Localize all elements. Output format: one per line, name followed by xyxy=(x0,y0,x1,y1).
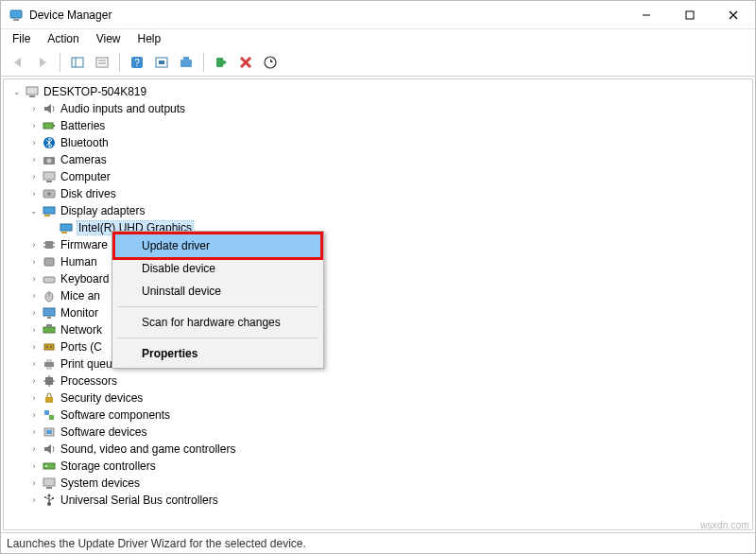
bluetooth-icon xyxy=(42,135,57,150)
tree-item-software-components[interactable]: › Software components xyxy=(11,407,752,424)
expander-icon[interactable]: › xyxy=(28,360,40,369)
ctx-update-driver[interactable]: Update driver xyxy=(115,234,320,257)
enable-device-icon[interactable] xyxy=(210,51,232,74)
usb-icon xyxy=(42,493,57,508)
svg-rect-46 xyxy=(44,258,54,266)
status-text: Launches the Update Driver Wizard for th… xyxy=(7,537,306,550)
expander-icon[interactable]: › xyxy=(28,326,40,335)
expander-icon[interactable]: › xyxy=(28,496,40,505)
tree-item-security[interactable]: › Security devices xyxy=(11,390,752,407)
expander-icon[interactable]: › xyxy=(28,309,40,318)
expander-icon[interactable]: › xyxy=(28,292,40,301)
forward-button[interactable] xyxy=(31,51,54,74)
svg-rect-60 xyxy=(46,359,52,362)
expander-icon[interactable]: ⌄ xyxy=(28,207,40,216)
tree-item-audio[interactable]: › Audio inputs and outputs xyxy=(11,100,752,117)
expander-icon[interactable]: › xyxy=(28,258,40,267)
expander-icon[interactable]: › xyxy=(28,377,40,386)
ctx-scan-hardware[interactable]: Scan for hardware changes xyxy=(115,311,320,334)
svg-rect-54 xyxy=(43,327,55,333)
display-adapter-icon xyxy=(42,203,57,218)
expander-icon[interactable]: › xyxy=(28,428,40,437)
expander-icon[interactable]: › xyxy=(28,122,40,130)
toolbar: ? xyxy=(1,48,755,77)
svg-rect-71 xyxy=(46,430,52,434)
mouse-icon xyxy=(42,288,57,303)
tree-label: Firmware xyxy=(60,238,108,251)
tree-item-processors[interactable]: › Processors xyxy=(11,372,752,390)
component-icon xyxy=(42,407,57,423)
close-button[interactable] xyxy=(712,1,755,29)
svg-marker-72 xyxy=(44,444,51,454)
expander-icon[interactable]: › xyxy=(28,275,40,284)
tree-item-batteries[interactable]: › Batteries xyxy=(11,117,752,134)
tree-item-disk[interactable]: › Disk drives xyxy=(11,185,752,202)
tree-label: Audio inputs and outputs xyxy=(60,102,185,115)
expander-icon[interactable]: › xyxy=(28,139,40,147)
menu-action[interactable]: Action xyxy=(40,30,86,47)
tree-item-usb[interactable]: › Universal Serial Bus controllers xyxy=(11,492,752,509)
svg-rect-28 xyxy=(43,123,53,129)
menu-view[interactable]: View xyxy=(89,30,129,47)
expander-icon[interactable]: › xyxy=(28,394,40,403)
expander-icon[interactable]: › xyxy=(28,173,40,182)
help-icon[interactable]: ? xyxy=(126,51,148,74)
tree-item-cameras[interactable]: › Cameras xyxy=(11,151,752,168)
tree-item-bluetooth[interactable]: › Bluetooth xyxy=(11,134,752,151)
expander-icon[interactable]: › xyxy=(28,105,40,113)
tree-item-sound[interactable]: › Sound, video and game controllers xyxy=(11,441,752,458)
expander-icon[interactable]: ⌄ xyxy=(11,88,23,96)
menubar: File Action View Help xyxy=(1,29,755,48)
uninstall-device-icon[interactable] xyxy=(234,51,257,74)
menu-file[interactable]: File xyxy=(5,30,38,47)
svg-rect-53 xyxy=(47,317,51,319)
menu-help[interactable]: Help xyxy=(130,30,169,47)
expander-icon[interactable]: › xyxy=(28,343,40,352)
svg-marker-83 xyxy=(47,493,51,496)
expander-icon[interactable]: › xyxy=(28,190,40,199)
tree-label: Keyboard xyxy=(60,272,109,286)
tree-item-computer[interactable]: › Computer xyxy=(11,168,752,185)
scan-hardware-icon[interactable] xyxy=(150,51,173,74)
watermark: wsxdn.com xyxy=(700,520,749,530)
tree-item-software-devices[interactable]: › Software devices xyxy=(11,424,752,441)
tree-item-display[interactable]: ⌄ Display adapters xyxy=(11,202,752,219)
speaker-icon xyxy=(42,441,57,457)
show-hide-console-icon[interactable] xyxy=(66,51,89,74)
expander-icon[interactable]: › xyxy=(28,445,40,454)
tree-item-storage[interactable]: › Storage controllers xyxy=(11,458,752,475)
svg-rect-41 xyxy=(45,241,53,249)
scan-changes-icon[interactable] xyxy=(259,51,282,74)
hid-icon xyxy=(42,254,57,269)
svg-rect-29 xyxy=(53,125,55,127)
svg-rect-69 xyxy=(49,415,54,420)
svg-rect-19 xyxy=(216,58,223,67)
tree-label: Universal Serial Bus controllers xyxy=(60,493,218,507)
minimize-button[interactable] xyxy=(625,1,668,29)
expander-icon[interactable]: › xyxy=(28,479,40,488)
device-manager-window: Device Manager File Action View Help xyxy=(0,0,756,554)
expander-icon[interactable]: › xyxy=(28,462,40,471)
back-button[interactable] xyxy=(7,51,29,74)
ctx-properties[interactable]: Properties xyxy=(115,342,320,365)
maximize-button[interactable] xyxy=(668,1,712,29)
expander-icon[interactable]: › xyxy=(28,241,40,250)
ctx-separator xyxy=(117,338,318,338)
update-driver-icon[interactable] xyxy=(175,51,198,74)
svg-rect-3 xyxy=(686,11,694,19)
svg-rect-52 xyxy=(43,308,55,316)
properties-icon[interactable] xyxy=(91,51,113,74)
svg-rect-61 xyxy=(46,367,52,370)
tree-label: Network xyxy=(60,323,102,337)
expander-icon[interactable]: › xyxy=(28,156,40,164)
tree-item-system[interactable]: › System devices xyxy=(11,475,752,492)
svg-rect-10 xyxy=(96,58,108,67)
expander-icon[interactable]: › xyxy=(28,411,40,420)
svg-point-32 xyxy=(47,159,52,164)
tree-label: Display adapters xyxy=(60,204,145,217)
tree-root[interactable]: ⌄ DESKTOP-504K819 xyxy=(11,83,752,100)
svg-rect-16 xyxy=(159,61,164,64)
ctx-disable-device[interactable]: Disable device xyxy=(115,257,320,280)
tree-label: System devices xyxy=(60,476,140,490)
ctx-uninstall-device[interactable]: Uninstall device xyxy=(115,280,320,303)
